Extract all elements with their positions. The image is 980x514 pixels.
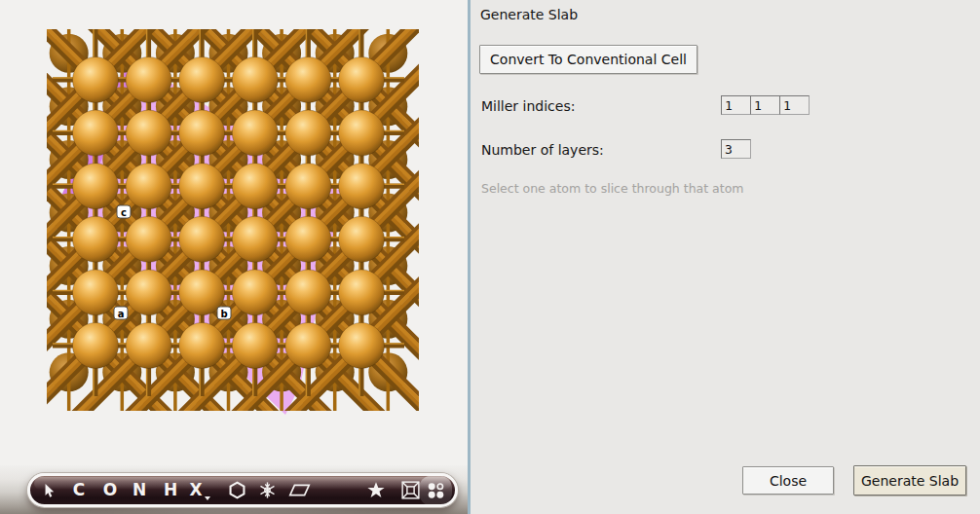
nitrogen-tool-label: N xyxy=(132,482,146,498)
generate-slab-button[interactable]: Generate Slab xyxy=(853,465,966,496)
carbon-tool-label: C xyxy=(73,482,85,498)
star-icon xyxy=(366,481,386,500)
miller-h-input[interactable] xyxy=(721,95,751,115)
axis-label-b: b xyxy=(217,307,231,319)
miller-indices-label: Miller indices: xyxy=(481,98,575,114)
parallelogram-icon xyxy=(288,484,311,496)
generate-slab-panel: Generate Slab Convert To Conventional Ce… xyxy=(471,0,980,514)
svg-text:a: a xyxy=(118,309,125,319)
snowflake-icon xyxy=(258,481,277,499)
hexagon-icon xyxy=(228,481,246,499)
element-x-tool-button[interactable]: X xyxy=(181,476,210,505)
number-of-layers-label: Number of layers: xyxy=(481,142,604,158)
menu-tool-button[interactable] xyxy=(419,475,452,505)
ring-tool-button[interactable] xyxy=(222,476,251,505)
close-button[interactable]: Close xyxy=(742,466,834,495)
miller-indices-inputs xyxy=(721,95,810,115)
number-of-layers-input[interactable] xyxy=(721,139,751,159)
carbon-tool-button[interactable]: C xyxy=(64,476,94,505)
structure-viewport: abc CONHX xyxy=(0,0,468,514)
oxygen-tool-label: O xyxy=(103,482,117,498)
structure-canvas[interactable]: abc xyxy=(0,0,468,467)
panel-title: Generate Slab xyxy=(480,7,578,22)
axis-label-a: a xyxy=(114,307,128,319)
slice-hint-text: Select one atom to slice through that at… xyxy=(481,181,743,196)
convert-to-conventional-cell-button[interactable]: Convert To Conventional Cell xyxy=(479,45,697,74)
hydrogen-tool-label: H xyxy=(164,482,177,498)
box-icon xyxy=(401,481,420,499)
dropdown-caret-icon xyxy=(205,496,210,500)
miller-l-input[interactable] xyxy=(779,95,810,115)
oxygen-tool-button[interactable]: O xyxy=(95,476,125,505)
pointer-tool-button[interactable] xyxy=(35,476,64,505)
nitrogen-tool-button[interactable]: N xyxy=(125,476,154,505)
plane-tool-button[interactable] xyxy=(284,476,314,505)
dots-icon xyxy=(424,478,448,502)
svg-text:c: c xyxy=(121,207,127,218)
cursor-icon xyxy=(42,483,57,498)
toolbar: CONHX xyxy=(27,473,458,507)
svg-text:b: b xyxy=(220,309,227,319)
miller-k-input[interactable] xyxy=(750,95,780,115)
optimize-tool-button[interactable] xyxy=(252,476,282,505)
axis-label-c: c xyxy=(117,205,131,218)
element-x-tool-label: X xyxy=(189,482,202,498)
favorite-tool-button[interactable] xyxy=(361,476,391,505)
